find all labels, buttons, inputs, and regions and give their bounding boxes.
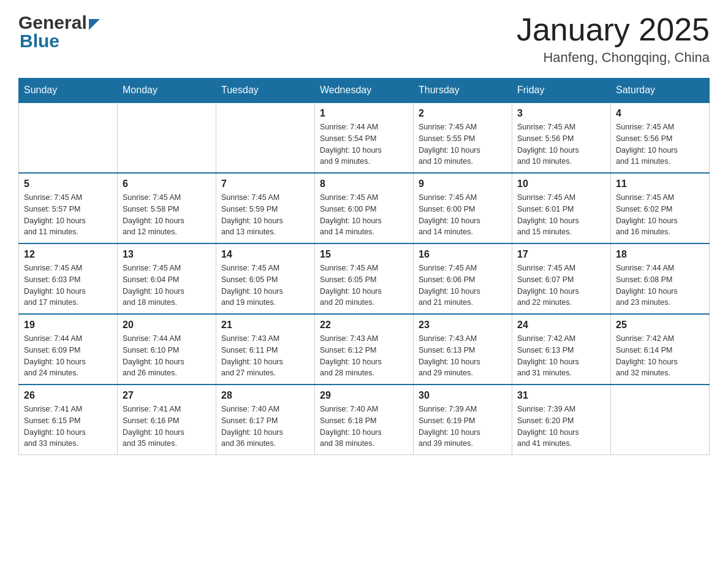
day-number: 20 [123, 320, 211, 331]
day-info: Sunrise: 7:45 AM Sunset: 5:56 PM Dayligh… [517, 121, 605, 167]
calendar-day-cell: 22Sunrise: 7:43 AM Sunset: 6:12 PM Dayli… [315, 314, 414, 385]
day-info: Sunrise: 7:45 AM Sunset: 6:04 PM Dayligh… [123, 262, 211, 308]
logo-general-text: General [18, 12, 87, 33]
day-info: Sunrise: 7:41 AM Sunset: 6:15 PM Dayligh… [24, 404, 112, 450]
calendar-day-cell: 23Sunrise: 7:43 AM Sunset: 6:13 PM Dayli… [414, 314, 512, 385]
day-info: Sunrise: 7:43 AM Sunset: 6:13 PM Dayligh… [419, 333, 507, 379]
day-info: Sunrise: 7:45 AM Sunset: 6:02 PM Dayligh… [616, 192, 704, 238]
day-number: 2 [419, 108, 507, 119]
day-info: Sunrise: 7:45 AM Sunset: 6:01 PM Dayligh… [517, 192, 605, 238]
day-info: Sunrise: 7:45 AM Sunset: 6:05 PM Dayligh… [221, 262, 309, 308]
day-info: Sunrise: 7:41 AM Sunset: 6:16 PM Dayligh… [123, 404, 211, 450]
calendar-day-cell: 8Sunrise: 7:45 AM Sunset: 6:00 PM Daylig… [315, 173, 414, 243]
day-number: 23 [419, 320, 507, 331]
calendar-day-cell: 15Sunrise: 7:45 AM Sunset: 6:05 PM Dayli… [315, 243, 414, 314]
day-number: 10 [517, 178, 605, 190]
day-number: 15 [320, 249, 408, 260]
calendar-day-cell: 14Sunrise: 7:45 AM Sunset: 6:05 PM Dayli… [216, 243, 315, 314]
calendar-day-cell: 3Sunrise: 7:45 AM Sunset: 5:56 PM Daylig… [512, 102, 611, 173]
day-info: Sunrise: 7:44 AM Sunset: 6:09 PM Dayligh… [24, 333, 112, 379]
day-info: Sunrise: 7:42 AM Sunset: 6:13 PM Dayligh… [517, 333, 605, 379]
calendar-day-cell: 31Sunrise: 7:39 AM Sunset: 6:20 PM Dayli… [512, 385, 611, 455]
calendar-day-cell: 19Sunrise: 7:44 AM Sunset: 6:09 PM Dayli… [19, 314, 118, 385]
day-info: Sunrise: 7:40 AM Sunset: 6:17 PM Dayligh… [221, 404, 309, 450]
logo-arrow-icon [89, 19, 100, 30]
calendar-title: January 2025 [517, 12, 710, 47]
calendar-day-cell: 11Sunrise: 7:45 AM Sunset: 6:02 PM Dayli… [611, 173, 710, 243]
day-number: 4 [616, 108, 704, 119]
calendar-week-row: 1Sunrise: 7:44 AM Sunset: 5:54 PM Daylig… [19, 102, 710, 173]
calendar-day-cell: 7Sunrise: 7:45 AM Sunset: 5:59 PM Daylig… [216, 173, 315, 243]
day-number: 31 [517, 390, 605, 401]
calendar-day-cell [216, 102, 315, 173]
day-info: Sunrise: 7:45 AM Sunset: 5:58 PM Dayligh… [123, 192, 211, 238]
day-number: 16 [419, 249, 507, 260]
day-number: 14 [221, 249, 309, 260]
calendar-day-cell: 30Sunrise: 7:39 AM Sunset: 6:19 PM Dayli… [414, 385, 512, 455]
calendar-week-row: 26Sunrise: 7:41 AM Sunset: 6:15 PM Dayli… [19, 385, 710, 455]
day-number: 12 [24, 249, 112, 260]
day-info: Sunrise: 7:39 AM Sunset: 6:19 PM Dayligh… [419, 404, 507, 450]
day-number: 25 [616, 320, 704, 331]
day-number: 6 [123, 178, 211, 190]
day-of-week-header: Tuesday [216, 79, 315, 103]
day-info: Sunrise: 7:44 AM Sunset: 6:10 PM Dayligh… [123, 333, 211, 379]
day-number: 11 [616, 178, 704, 190]
day-of-week-header: Monday [118, 79, 216, 103]
calendar-day-cell: 17Sunrise: 7:45 AM Sunset: 6:07 PM Dayli… [512, 243, 611, 314]
calendar-table: SundayMondayTuesdayWednesdayThursdayFrid… [18, 78, 710, 455]
day-info: Sunrise: 7:45 AM Sunset: 6:05 PM Dayligh… [320, 262, 408, 308]
day-info: Sunrise: 7:39 AM Sunset: 6:20 PM Dayligh… [517, 404, 605, 450]
day-number: 29 [320, 390, 408, 401]
day-number: 17 [517, 249, 605, 260]
day-info: Sunrise: 7:43 AM Sunset: 6:11 PM Dayligh… [221, 333, 309, 379]
calendar-day-cell: 28Sunrise: 7:40 AM Sunset: 6:17 PM Dayli… [216, 385, 315, 455]
day-info: Sunrise: 7:45 AM Sunset: 5:55 PM Dayligh… [419, 121, 507, 167]
calendar-day-cell [19, 102, 118, 173]
day-number: 22 [320, 320, 408, 331]
day-of-week-header: Sunday [19, 79, 118, 103]
calendar-day-cell: 16Sunrise: 7:45 AM Sunset: 6:06 PM Dayli… [414, 243, 512, 314]
calendar-day-cell: 5Sunrise: 7:45 AM Sunset: 5:57 PM Daylig… [19, 173, 118, 243]
calendar-day-cell: 4Sunrise: 7:45 AM Sunset: 5:56 PM Daylig… [611, 102, 710, 173]
day-number: 9 [419, 178, 507, 190]
calendar-day-cell: 1Sunrise: 7:44 AM Sunset: 5:54 PM Daylig… [315, 102, 414, 173]
calendar-day-cell: 27Sunrise: 7:41 AM Sunset: 6:16 PM Dayli… [118, 385, 216, 455]
day-number: 7 [221, 178, 309, 190]
calendar-day-cell [118, 102, 216, 173]
day-info: Sunrise: 7:42 AM Sunset: 6:14 PM Dayligh… [616, 333, 704, 379]
calendar-day-cell: 21Sunrise: 7:43 AM Sunset: 6:11 PM Dayli… [216, 314, 315, 385]
calendar-day-cell: 24Sunrise: 7:42 AM Sunset: 6:13 PM Dayli… [512, 314, 611, 385]
logo-blue-text: Blue [18, 31, 59, 52]
day-number: 19 [24, 320, 112, 331]
calendar-header-row: SundayMondayTuesdayWednesdayThursdayFrid… [19, 79, 710, 103]
day-number: 13 [123, 249, 211, 260]
day-info: Sunrise: 7:40 AM Sunset: 6:18 PM Dayligh… [320, 404, 408, 450]
day-number: 30 [419, 390, 507, 401]
day-number: 18 [616, 249, 704, 260]
title-block: January 2025 Hanfeng, Chongqing, China [517, 12, 710, 66]
day-info: Sunrise: 7:44 AM Sunset: 5:54 PM Dayligh… [320, 121, 408, 167]
day-number: 24 [517, 320, 605, 331]
calendar-day-cell: 20Sunrise: 7:44 AM Sunset: 6:10 PM Dayli… [118, 314, 216, 385]
calendar-day-cell: 9Sunrise: 7:45 AM Sunset: 6:00 PM Daylig… [414, 173, 512, 243]
day-info: Sunrise: 7:45 AM Sunset: 6:06 PM Dayligh… [419, 262, 507, 308]
day-of-week-header: Saturday [611, 79, 710, 103]
logo: General Blue [18, 12, 100, 52]
calendar-day-cell: 25Sunrise: 7:42 AM Sunset: 6:14 PM Dayli… [611, 314, 710, 385]
day-info: Sunrise: 7:44 AM Sunset: 6:08 PM Dayligh… [616, 262, 704, 308]
day-of-week-header: Friday [512, 79, 611, 103]
calendar-day-cell: 10Sunrise: 7:45 AM Sunset: 6:01 PM Dayli… [512, 173, 611, 243]
calendar-day-cell: 2Sunrise: 7:45 AM Sunset: 5:55 PM Daylig… [414, 102, 512, 173]
day-number: 28 [221, 390, 309, 401]
calendar-day-cell: 6Sunrise: 7:45 AM Sunset: 5:58 PM Daylig… [118, 173, 216, 243]
day-info: Sunrise: 7:45 AM Sunset: 5:56 PM Dayligh… [616, 121, 704, 167]
day-info: Sunrise: 7:45 AM Sunset: 5:57 PM Dayligh… [24, 192, 112, 238]
day-number: 5 [24, 178, 112, 190]
calendar-week-row: 12Sunrise: 7:45 AM Sunset: 6:03 PM Dayli… [19, 243, 710, 314]
day-number: 26 [24, 390, 112, 401]
day-info: Sunrise: 7:45 AM Sunset: 6:00 PM Dayligh… [419, 192, 507, 238]
calendar-day-cell: 18Sunrise: 7:44 AM Sunset: 6:08 PM Dayli… [611, 243, 710, 314]
calendar-day-cell: 26Sunrise: 7:41 AM Sunset: 6:15 PM Dayli… [19, 385, 118, 455]
day-number: 21 [221, 320, 309, 331]
